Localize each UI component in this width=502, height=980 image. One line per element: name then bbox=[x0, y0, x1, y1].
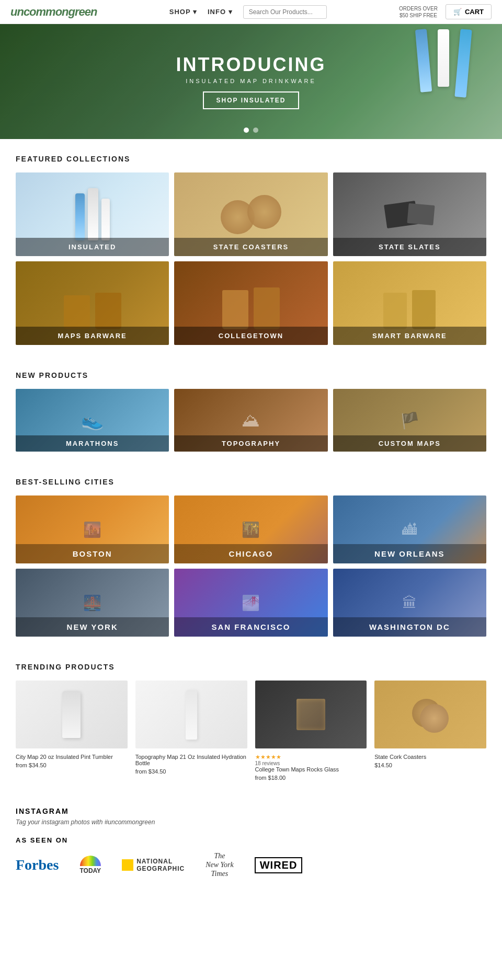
featured-item-barware[interactable]: MAPS BARWARE bbox=[16, 261, 169, 345]
hero-bottles-decoration bbox=[416, 24, 471, 139]
np-item-marathons[interactable]: 👟 MARATHONS bbox=[16, 389, 169, 452]
np-item-topography[interactable]: ⛰ TOPOGRAPHY bbox=[174, 389, 327, 452]
cart-icon: 🛒 bbox=[453, 8, 462, 16]
trend-item-hydration[interactable]: Topography Map 21 Oz Insulated Hydration… bbox=[135, 681, 247, 781]
featured-item-insulated[interactable]: INSULATED bbox=[16, 172, 169, 256]
dot-2[interactable] bbox=[253, 128, 258, 133]
hero-title: INTRODUCING bbox=[176, 54, 326, 76]
trend-price-rocks: from $18.00 bbox=[255, 775, 367, 781]
trend-name-hydration: Topography Map 21 Oz Insulated Hydration… bbox=[135, 754, 247, 766]
hero-banner: INTRODUCING INSULATED MAP DRINKWARE SHOP… bbox=[0, 24, 502, 139]
search-input[interactable] bbox=[243, 5, 327, 19]
best-cities-section: BEST-SELLING CITIES 🌆 BOSTON 🌃 CHICAGO 🏙… bbox=[0, 462, 502, 647]
featured-grid: INSULATED STATE COASTERS STATE SLATES bbox=[16, 172, 486, 345]
featured-label-insulated: INSULATED bbox=[16, 238, 169, 256]
city-label-washington-dc: WASHINGTON DC bbox=[333, 617, 486, 637]
new-products-title: NEW PRODUCTS bbox=[16, 371, 486, 379]
logo[interactable]: uncommongreen bbox=[10, 5, 97, 19]
featured-title: FEATURED COLLECTIONS bbox=[16, 155, 486, 163]
header-right: ORDERS OVER $50 SHIP FREE 🛒 CART bbox=[399, 4, 492, 19]
header: uncommongreen SHOP ▾ INFO ▾ ORDERS OVER … bbox=[0, 0, 502, 24]
city-label-chicago: CHICAGO bbox=[174, 544, 327, 563]
trend-name-rocks: College Town Maps Rocks Glass bbox=[255, 766, 367, 773]
instagram-tag: Tag your instagram photos with #uncommon… bbox=[16, 818, 486, 826]
trending-title: TRENDING PRODUCTS bbox=[16, 663, 486, 671]
city-label-boston: BOSTON bbox=[16, 544, 169, 563]
featured-label-smart: SMART BARWARE bbox=[333, 327, 486, 345]
as-seen-logos: Forbes TODAY NATIONAL GEOGRAPHIC The New… bbox=[16, 852, 486, 878]
new-products-section: NEW PRODUCTS 👟 MARATHONS ⛰ TOPOGRAPHY 🏴 … bbox=[0, 355, 502, 462]
city-item-san-francisco[interactable]: 🌁 SAN FRANCISCO bbox=[174, 569, 327, 637]
np-item-custom-maps[interactable]: 🏴 CUSTOM MAPS bbox=[333, 389, 486, 452]
trend-reviews-rocks: 18 reviews bbox=[255, 760, 367, 766]
trend-price-hydration: from $34.50 bbox=[135, 768, 247, 775]
featured-item-smart[interactable]: SMART BARWARE bbox=[333, 261, 486, 345]
hero-dots bbox=[244, 128, 258, 133]
trend-img-hydration bbox=[135, 681, 247, 748]
wired-logo: WIRED bbox=[255, 857, 303, 873]
city-item-boston[interactable]: 🌆 BOSTON bbox=[16, 495, 169, 563]
city-label-new-orleans: NEW ORLEANS bbox=[333, 544, 486, 563]
nav-shop[interactable]: SHOP ▾ bbox=[169, 8, 197, 16]
trend-item-coasters[interactable]: State Cork Coasters $14.50 bbox=[374, 681, 486, 781]
trend-img-rocks bbox=[255, 681, 367, 748]
featured-label-slates: STATE SLATES bbox=[333, 238, 486, 256]
best-cities-title: BEST-SELLING CITIES bbox=[16, 478, 486, 486]
featured-collections-section: FEATURED COLLECTIONS INSULATED STATE COA… bbox=[0, 139, 502, 355]
cities-grid-row2: 🌉 NEW YORK 🌁 SAN FRANCISCO 🏛 WASHINGTON … bbox=[16, 569, 486, 637]
instagram-section: INSTAGRAM Tag your instagram photos with… bbox=[0, 797, 502, 889]
hero-cta-button[interactable]: SHOP INSULATED bbox=[203, 91, 300, 109]
nav-info[interactable]: INFO ▾ bbox=[208, 8, 233, 16]
trend-img-coasters bbox=[374, 681, 486, 748]
trend-item-rocks[interactable]: ★★★★★ 18 reviews College Town Maps Rocks… bbox=[255, 681, 367, 781]
trending-section: TRENDING PRODUCTS City Map 20 oz Insulat… bbox=[0, 647, 502, 797]
trend-img-pint bbox=[16, 681, 128, 748]
np-label-custom-maps: CUSTOM MAPS bbox=[333, 435, 486, 452]
cart-button[interactable]: 🛒 CART bbox=[446, 4, 492, 19]
city-label-new-york: NEW YORK bbox=[16, 617, 169, 637]
featured-item-collegetown[interactable]: COLLEGETOWN bbox=[174, 261, 327, 345]
city-item-washington-dc[interactable]: 🏛 WASHINGTON DC bbox=[333, 569, 486, 637]
np-label-marathons: MARATHONS bbox=[16, 435, 169, 452]
city-item-chicago[interactable]: 🌃 CHICAGO bbox=[174, 495, 327, 563]
featured-label-collegetown: COLLEGETOWN bbox=[174, 327, 327, 345]
trend-name-pint: City Map 20 oz Insulated Pint Tumbler bbox=[16, 754, 128, 760]
trend-price-pint: from $34.50 bbox=[16, 762, 128, 768]
natgeo-logo: NATIONAL GEOGRAPHIC bbox=[122, 858, 185, 872]
instagram-title: INSTAGRAM bbox=[16, 807, 486, 815]
new-products-grid: 👟 MARATHONS ⛰ TOPOGRAPHY 🏴 CUSTOM MAPS bbox=[16, 389, 486, 452]
featured-label-coasters: STATE COASTERS bbox=[174, 238, 327, 256]
today-logo: TODAY bbox=[79, 856, 101, 874]
city-label-san-francisco: SAN FRANCISCO bbox=[174, 617, 327, 637]
hero-content: INTRODUCING INSULATED MAP DRINKWARE SHOP… bbox=[176, 54, 326, 109]
city-item-new-york[interactable]: 🌉 NEW YORK bbox=[16, 569, 169, 637]
hero-subtitle: INSULATED MAP DRINKWARE bbox=[176, 78, 326, 84]
featured-item-slates[interactable]: STATE SLATES bbox=[333, 172, 486, 256]
city-item-new-orleans[interactable]: 🏙 NEW ORLEANS bbox=[333, 495, 486, 563]
trending-grid: City Map 20 oz Insulated Pint Tumbler fr… bbox=[16, 681, 486, 781]
nav: SHOP ▾ INFO ▾ bbox=[169, 5, 327, 19]
trend-price-coasters: $14.50 bbox=[374, 762, 486, 768]
nyt-logo: The New York Times bbox=[206, 852, 234, 878]
trend-stars-rocks: ★★★★★ bbox=[255, 754, 367, 760]
featured-item-coasters[interactable]: STATE COASTERS bbox=[174, 172, 327, 256]
cities-grid-row1: 🌆 BOSTON 🌃 CHICAGO 🏙 NEW ORLEANS bbox=[16, 495, 486, 563]
as-seen-title: AS SEEN ON bbox=[16, 836, 486, 844]
orders-text: ORDERS OVER $50 SHIP FREE bbox=[399, 5, 438, 19]
dot-1[interactable] bbox=[244, 128, 249, 133]
forbes-logo: Forbes bbox=[16, 857, 59, 873]
trend-name-coasters: State Cork Coasters bbox=[374, 754, 486, 760]
np-label-topography: TOPOGRAPHY bbox=[174, 435, 327, 452]
trend-item-pint[interactable]: City Map 20 oz Insulated Pint Tumbler fr… bbox=[16, 681, 128, 781]
featured-label-barware: MAPS BARWARE bbox=[16, 327, 169, 345]
